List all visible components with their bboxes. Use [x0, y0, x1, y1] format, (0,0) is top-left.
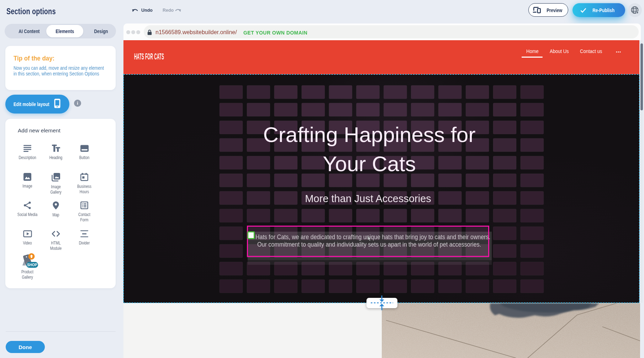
svg-text:SHOP: SHOP — [27, 263, 37, 267]
